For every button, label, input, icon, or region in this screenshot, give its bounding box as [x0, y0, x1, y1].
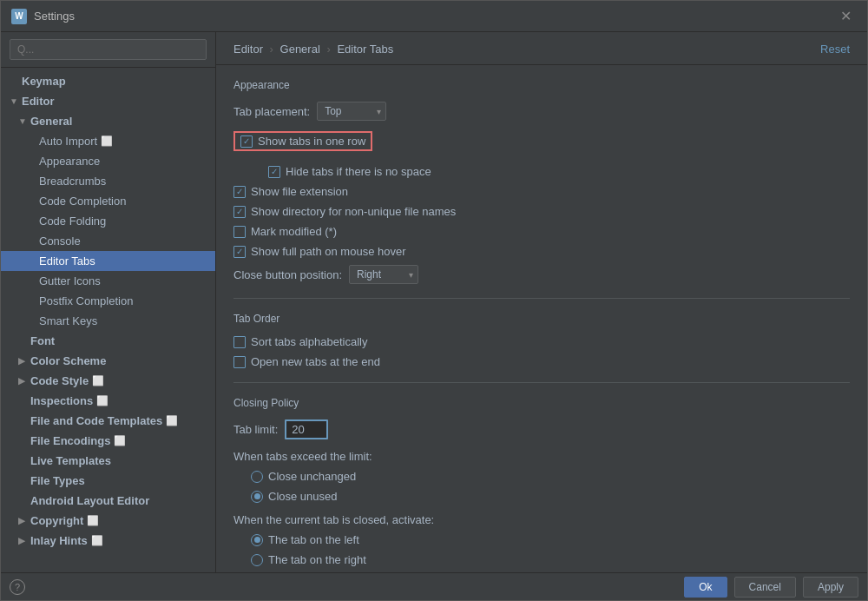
- sidebar-item-breadcrumbs[interactable]: Breadcrumbs: [1, 171, 215, 191]
- sidebar-item-color-scheme[interactable]: ▶ Color Scheme: [1, 351, 215, 371]
- sidebar-item-copyright[interactable]: ▶ Copyright ⬜: [1, 511, 215, 531]
- sidebar-item-android-layout[interactable]: Android Layout Editor: [1, 491, 215, 511]
- sidebar-item-editor-tabs[interactable]: Editor Tabs: [1, 251, 215, 271]
- sidebar-item-live-templates[interactable]: Live Templates: [1, 451, 215, 471]
- bottom-bar: ? Ok Cancel Apply: [1, 572, 867, 600]
- titlebar: W Settings ✕: [1, 1, 867, 32]
- sidebar-item-file-encodings[interactable]: File Encodings ⬜: [1, 431, 215, 451]
- tab-placement-select-wrapper: Top Bottom Left Right None ▾: [317, 102, 386, 121]
- search-input[interactable]: [10, 39, 207, 60]
- sidebar-item-label: Code Completion: [39, 195, 126, 208]
- sidebar-item-label: Code Style: [30, 374, 89, 387]
- when-closed-label: When the current tab is closed, activate…: [233, 513, 434, 526]
- show-tabs-one-row-label: Show tabs in one row: [258, 135, 365, 148]
- cancel-button[interactable]: Cancel: [734, 577, 796, 598]
- sidebar-item-appearance[interactable]: Appearance: [1, 151, 215, 171]
- reset-button[interactable]: Reset: [820, 43, 850, 56]
- settings-icon: ⬜: [114, 435, 126, 446]
- window-title: Settings: [34, 10, 835, 23]
- settings-icon: ⬜: [91, 535, 103, 546]
- sidebar-item-label: Console: [39, 234, 81, 248]
- breadcrumb-sep-2: ›: [326, 43, 333, 56]
- sidebar-item-label: Smart Keys: [39, 314, 97, 327]
- sidebar-item-code-folding[interactable]: Code Folding: [1, 211, 215, 231]
- sidebar-item-label: Appearance: [39, 155, 100, 168]
- sidebar-item-label: Postfix Completion: [39, 294, 133, 307]
- show-dir-label: Show directory for non-unique file names: [251, 205, 456, 218]
- sidebar-item-postfix-completion[interactable]: Postfix Completion: [1, 291, 215, 311]
- close-btn-select[interactable]: Right Left Hidden: [349, 265, 418, 284]
- help-button[interactable]: ?: [10, 579, 25, 595]
- close-unchanged-radio[interactable]: [251, 471, 263, 483]
- tab-placement-label: Tab placement:: [233, 105, 310, 118]
- hide-tabs-checkbox[interactable]: [268, 166, 280, 178]
- sidebar-item-console[interactable]: Console: [1, 231, 215, 251]
- search-bar: [1, 32, 215, 68]
- close-button[interactable]: ✕: [835, 6, 857, 26]
- sort-tabs-checkbox[interactable]: [233, 336, 246, 348]
- show-full-path-row: Show full path on mouse hover: [233, 245, 850, 258]
- bottom-buttons: Ok Cancel Apply: [684, 577, 858, 598]
- tab-right-radio[interactable]: [251, 554, 263, 566]
- apply-button[interactable]: Apply: [803, 577, 858, 598]
- mark-modified-checkbox[interactable]: [233, 226, 246, 238]
- ok-button[interactable]: Ok: [684, 577, 727, 598]
- sidebar-item-code-style[interactable]: ▶ Code Style ⬜: [1, 371, 215, 391]
- show-file-ext-checkbox[interactable]: [233, 186, 246, 198]
- sidebar-item-gutter-icons[interactable]: Gutter Icons: [1, 271, 215, 291]
- sidebar-item-file-code-templates[interactable]: File and Code Templates ⬜: [1, 411, 215, 431]
- sidebar-item-code-completion[interactable]: Code Completion: [1, 191, 215, 211]
- open-new-tabs-row: Open new tabs at the end: [233, 355, 850, 368]
- arrow-icon: ▶: [18, 376, 27, 386]
- breadcrumb-sep-1: ›: [270, 43, 277, 56]
- sidebar-item-inspections[interactable]: Inspections ⬜: [1, 391, 215, 411]
- divider-2: [233, 382, 850, 383]
- sidebar-item-label: File Types: [30, 474, 85, 487]
- settings-icon: ⬜: [166, 415, 178, 426]
- sidebar-item-label: Inspections: [30, 394, 93, 407]
- breadcrumb-general: General: [280, 43, 320, 56]
- sidebar-item-font[interactable]: Font: [1, 331, 215, 351]
- close-btn-label: Close button position:: [233, 268, 342, 281]
- tab-placement-select[interactable]: Top Bottom Left Right None: [317, 102, 386, 121]
- sort-tabs-label: Sort tabs alphabetically: [251, 335, 367, 348]
- sidebar-item-label: File Encodings: [30, 434, 110, 447]
- when-exceed-label: When tabs exceed the limit:: [233, 450, 372, 463]
- app-icon: W: [11, 9, 27, 24]
- show-tabs-one-row-checkbox[interactable]: [240, 135, 253, 148]
- sidebar-item-smart-keys[interactable]: Smart Keys: [1, 311, 215, 331]
- settings-window: W Settings ✕ Keymap ▼ Editor: [0, 0, 868, 601]
- sidebar-item-label: Gutter Icons: [39, 274, 101, 287]
- show-file-ext-label: Show file extension: [251, 185, 348, 198]
- show-full-path-checkbox[interactable]: [233, 246, 246, 258]
- sidebar-item-file-types[interactable]: File Types: [1, 471, 215, 491]
- tab-right-row: The tab on the right: [233, 553, 850, 566]
- appearance-section-title: Appearance: [233, 79, 850, 91]
- sidebar-item-general[interactable]: ▼ General: [1, 111, 215, 131]
- when-exceed-row: When tabs exceed the limit:: [233, 450, 850, 463]
- sidebar-item-label: File and Code Templates: [30, 414, 162, 427]
- sidebar-item-label: General: [30, 115, 72, 128]
- when-closed-row: When the current tab is closed, activate…: [233, 513, 850, 526]
- sidebar-item-label: Editor: [22, 95, 55, 108]
- sidebar-item-inlay-hints[interactable]: ▶ Inlay Hints ⬜: [1, 531, 215, 551]
- show-full-path-label: Show full path on mouse hover: [251, 245, 406, 258]
- sidebar-item-keymap[interactable]: Keymap: [1, 71, 215, 91]
- close-unused-radio[interactable]: [251, 491, 263, 503]
- sort-tabs-row: Sort tabs alphabetically: [233, 335, 850, 348]
- tab-right-label: The tab on the right: [268, 553, 366, 566]
- settings-icon: ⬜: [87, 515, 99, 526]
- breadcrumb-editor-tabs: Editor Tabs: [337, 43, 393, 56]
- open-new-tabs-checkbox[interactable]: [233, 356, 246, 368]
- settings-icon: ⬜: [101, 135, 113, 147]
- sidebar-item-editor[interactable]: ▼ Editor: [1, 91, 215, 111]
- tab-left-radio[interactable]: [251, 534, 263, 546]
- show-dir-checkbox[interactable]: [233, 206, 246, 218]
- open-new-tabs-label: Open new tabs at the end: [251, 355, 380, 368]
- sidebar-item-label: Auto Import: [39, 135, 97, 148]
- breadcrumb: Editor › General › Editor Tabs: [233, 43, 393, 56]
- divider-1: [233, 298, 850, 299]
- tab-limit-input[interactable]: [285, 419, 328, 439]
- sidebar-tree: Keymap ▼ Editor ▼ General Auto Import ⬜: [1, 68, 215, 572]
- sidebar-item-auto-import[interactable]: Auto Import ⬜: [1, 131, 215, 151]
